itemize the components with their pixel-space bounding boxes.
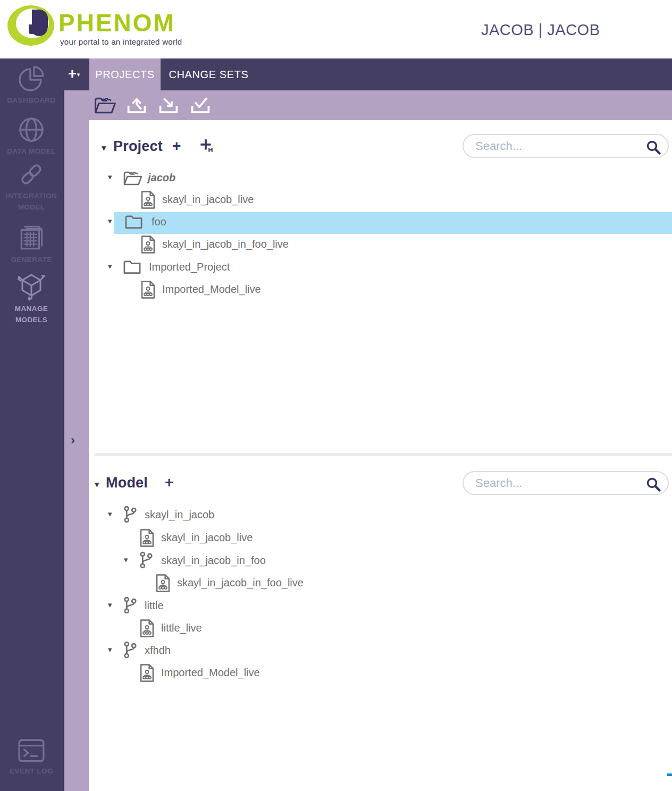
model-doc-icon: [139, 528, 155, 548]
sidebar-item-generate[interactable]: GENERATE: [0, 223, 63, 265]
model-doc-icon: [140, 235, 156, 254]
chevron-down-icon: ▾: [77, 71, 80, 78]
tree-item-little[interactable]: ▾ little: [106, 596, 585, 617]
tree-item-label: skayl_in_jacob_in_foo: [161, 554, 266, 567]
tree-item-label: little_live: [161, 622, 202, 634]
sidebar-item-manage-models[interactable]: MANAGE MODELS: [0, 270, 63, 325]
caret-icon[interactable]: ▾: [108, 645, 112, 654]
caret-icon[interactable]: ▾: [108, 600, 112, 610]
caret-icon[interactable]: ▾: [108, 509, 112, 519]
tree-item-skayl-in-jacob-in-foo[interactable]: ▾ skayl_in_jacob_in_foo: [106, 551, 585, 572]
model-search-box: [463, 471, 669, 495]
add-project-button[interactable]: +: [172, 139, 181, 154]
app-header: PHENOM your portal to an integrated worl…: [0, 0, 672, 58]
model-doc-icon: [155, 574, 171, 593]
search-icon[interactable]: [645, 139, 661, 155]
tree-item-imported-model-live[interactable]: Imported_Model_live: [106, 280, 585, 301]
tree-item-imported-project[interactable]: ▾ Imported_Project: [106, 257, 585, 279]
projects-toolbar: [89, 90, 672, 120]
tree-item-jacob[interactable]: ▾ jacob: [106, 168, 585, 189]
add-project-folder-button[interactable]: [198, 137, 215, 154]
tree-item-foo[interactable]: ▾ foo: [106, 212, 585, 233]
import-button[interactable]: [125, 92, 150, 118]
sidebar-item-dashboard[interactable]: DASHBOARD: [0, 65, 63, 106]
branch-icon: [123, 641, 138, 660]
model-doc-icon: [140, 280, 156, 299]
branch-icon: [123, 505, 138, 524]
upload-tray-icon: [125, 96, 148, 115]
folder-open-icon: [122, 169, 144, 187]
panel-divider: [95, 453, 672, 456]
tab-change-sets[interactable]: CHANGE SETS: [165, 58, 253, 90]
tree-item-xfhdh[interactable]: ▾ xfhdh: [106, 641, 585, 662]
plus-icon: +: [68, 66, 77, 82]
sidebar-item-label: MODELS: [0, 314, 63, 325]
project-collapse-caret[interactable]: ▾: [102, 142, 106, 154]
logo-comma: [32, 10, 48, 36]
spreadsheet-icon: [17, 223, 46, 252]
check-tray-icon: [189, 96, 212, 115]
model-panel-title: Model: [106, 475, 148, 491]
user-account-label[interactable]: JACOB | JACOB: [481, 21, 600, 39]
tree-item-skayl-in-jacob[interactable]: ▾ skayl_in_jacob: [106, 505, 585, 526]
caret-icon[interactable]: ▾: [108, 216, 112, 226]
globe-icon: [18, 116, 45, 144]
model-collapse-caret[interactable]: ▾: [95, 479, 99, 490]
tree-item-skayl-in-jacob-in-foo-live[interactable]: skayl_in_jacob_in_foo_live: [106, 573, 585, 594]
sidebar-item-label: GENERATE: [0, 254, 63, 265]
tree-item-label: Imported_Model_live: [161, 667, 260, 679]
sidebar-item-integration-model[interactable]: INTEGRATION MODEL: [0, 161, 63, 213]
sidebar-item-label: MODEL: [0, 201, 63, 213]
model-doc-icon: [139, 663, 155, 683]
sidebar-item-label: INTEGRATION: [0, 190, 63, 201]
tree-item-imported-model-live[interactable]: Imported_Model_live: [106, 663, 585, 684]
tab-bar: +▾ PROJECTS CHANGE SETS: [63, 58, 672, 90]
tree-item-label: foo: [152, 216, 166, 228]
tree-item-label: skayl_in_jacob_live: [161, 532, 253, 544]
tree-item-label: Imported_Model_live: [162, 283, 261, 296]
tab-projects[interactable]: PROJECTS: [89, 58, 161, 90]
sidebar-item-data-model[interactable]: DATA MODEL: [0, 116, 63, 157]
search-icon[interactable]: [645, 476, 661, 492]
brand-name: PHENOM: [58, 9, 175, 37]
sidebar-item-label: DASHBOARD: [0, 95, 63, 106]
model-search-input[interactable]: [475, 474, 635, 492]
caret-icon[interactable]: ▾: [124, 555, 128, 565]
add-tab-button[interactable]: +▾: [68, 66, 90, 84]
sidebar-item-label: EVENT LOG: [0, 765, 63, 777]
add-model-button[interactable]: +: [165, 475, 173, 490]
plus-folder-icon: [198, 137, 215, 154]
download-tray-icon: [157, 96, 180, 115]
commit-button[interactable]: [189, 92, 214, 118]
tree-item-label: Imported_Project: [149, 261, 230, 273]
open-project-button[interactable]: [93, 92, 119, 118]
tree-item-skayl-in-jacob-live[interactable]: skayl_in_jacob_live: [106, 190, 585, 211]
cursor-artifact: [667, 773, 672, 776]
app-window: PHENOM your portal to an integrated worl…: [0, 0, 672, 791]
branch-icon: [123, 596, 138, 615]
tree-item-label: skayl_in_jacob_live: [162, 193, 254, 206]
tree-item-label: jacob: [148, 172, 175, 184]
caret-icon[interactable]: ▾: [108, 262, 112, 271]
tree-item-label: skayl_in_jacob_in_foo_live: [162, 238, 289, 250]
expand-panel-chevron[interactable]: ›: [71, 433, 83, 449]
brand-tagline: your portal to an integrated world: [60, 37, 182, 46]
project-panel-title: Project: [113, 138, 163, 155]
tree-item-skayl-in-jacob-in-foo-live[interactable]: skayl_in_jacob_in_foo_live: [106, 234, 585, 256]
sidebar-nav: DASHBOARD DATA MODEL INTEGRATION MODEL G…: [0, 58, 63, 791]
tree-item-skayl-in-jacob-live[interactable]: skayl_in_jacob_live: [106, 528, 585, 549]
sidebar-item-event-log[interactable]: EVENT LOG: [0, 738, 63, 777]
caret-icon[interactable]: ▾: [108, 172, 112, 182]
cube-icon: [16, 270, 47, 301]
folder-open-icon: [93, 95, 117, 115]
export-button[interactable]: [157, 92, 182, 118]
model-doc-icon: [139, 619, 155, 638]
project-search-input[interactable]: [475, 137, 635, 155]
sidebar-item-label: DATA MODEL: [0, 146, 63, 157]
folder-icon: [124, 214, 143, 230]
tree-item-label: little: [145, 600, 164, 612]
sidebar-item-label: MANAGE: [0, 303, 63, 314]
tree-item-little-live[interactable]: little_live: [106, 618, 585, 639]
folder-icon: [123, 259, 141, 275]
project-search-box: [463, 134, 669, 158]
